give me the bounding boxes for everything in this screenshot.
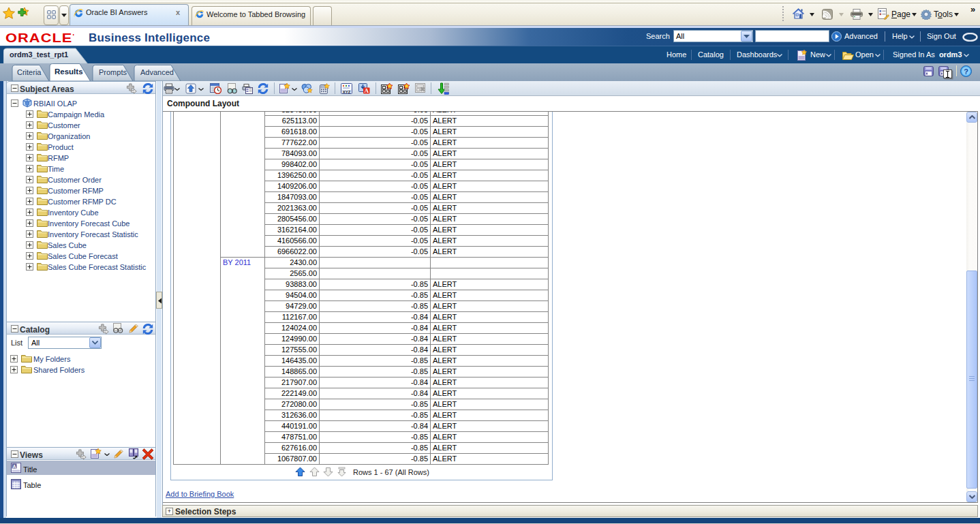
svg-text:?: ? <box>964 67 968 76</box>
svg-text:XYZ: XYZ <box>343 90 351 94</box>
svg-text:A: A <box>364 87 369 94</box>
svg-text:A: A <box>12 464 16 469</box>
